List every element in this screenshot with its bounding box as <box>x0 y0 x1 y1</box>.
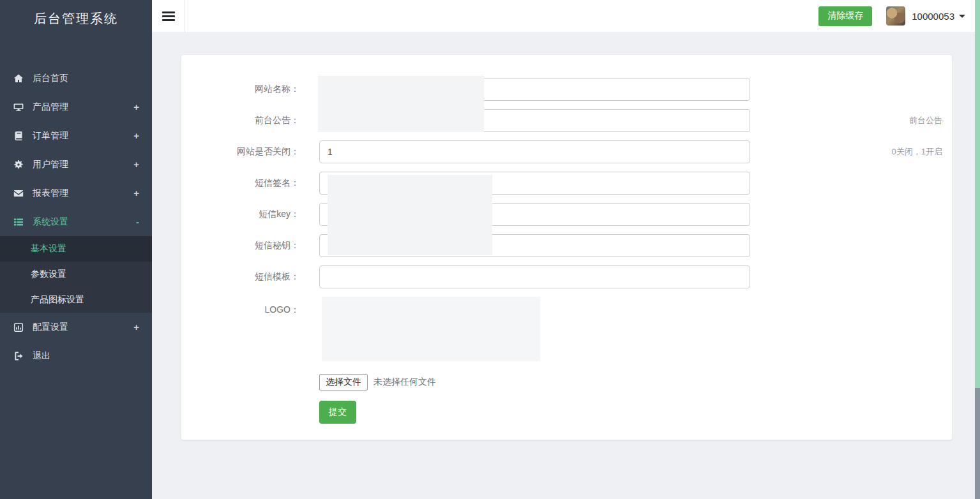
chevron-down-icon[interactable] <box>959 15 965 18</box>
submit-button[interactable]: 提交 <box>319 401 356 424</box>
sidebar-subitem-basic-settings[interactable]: 基本设置 <box>0 236 152 262</box>
form-row-sms-secret: 短信秘钥： <box>181 234 952 257</box>
scrollbar-track <box>975 388 980 499</box>
sidebar-item-home[interactable]: 后台首页 <box>0 64 152 93</box>
site-closed-input[interactable] <box>319 140 750 163</box>
form-row-sms-key: 短信key： <box>181 203 952 226</box>
envelope-icon <box>13 188 24 198</box>
username-label[interactable]: 10000053 <box>912 11 954 22</box>
sidebar-item-label: 报表管理 <box>33 188 68 199</box>
sidebar-item-orders[interactable]: 订单管理 + <box>0 121 152 150</box>
field-label: 短信模板： <box>181 271 319 283</box>
sidebar-item-system-settings[interactable]: 系统设置 - <box>0 207 152 236</box>
form-row-sms-signature: 短信签名： <box>181 172 952 195</box>
logout-icon <box>13 351 24 361</box>
plus-icon[interactable]: + <box>133 188 139 198</box>
topbar: 清除缓存 10000053 <box>152 0 980 32</box>
main-area: 清除缓存 10000053 网站名称： 前台公告： 前台公告 网站是否关闭： 0… <box>152 0 980 499</box>
sidebar-item-label: 用户管理 <box>33 159 68 170</box>
window-scrollbar <box>975 0 980 499</box>
bar-chart-icon <box>13 322 24 332</box>
gears-icon <box>13 160 24 170</box>
plus-icon[interactable]: + <box>133 101 139 112</box>
field-label: LOGO： <box>181 297 319 316</box>
subitem-label: 参数设置 <box>31 269 66 280</box>
topbar-right: 清除缓存 10000053 <box>818 6 980 26</box>
redacted-region <box>318 76 484 132</box>
sidebar-item-logout[interactable]: 退出 <box>0 341 152 370</box>
scrollbar-thumb[interactable] <box>975 0 980 388</box>
plus-icon[interactable]: + <box>133 159 139 170</box>
sidebar-nav: 后台首页 产品管理 + 订单管理 + 用户管理 + <box>0 64 152 370</box>
sidebar-item-label: 后台首页 <box>33 73 68 84</box>
form-row-front-notice: 前台公告： 前台公告 <box>181 109 952 132</box>
system-settings-submenu: 基本设置 参数设置 产品图标设置 <box>0 236 152 313</box>
choose-file-button[interactable]: 选择文件 <box>319 374 368 391</box>
sidebar-item-label: 退出 <box>33 350 50 362</box>
sidebar-item-label: 产品管理 <box>33 101 68 113</box>
sidebar-subitem-param-settings[interactable]: 参数设置 <box>0 262 152 287</box>
list-icon <box>13 217 24 227</box>
user-avatar[interactable] <box>886 6 905 26</box>
sidebar-item-label: 订单管理 <box>33 130 68 142</box>
form-row-sms-template: 短信模板： <box>181 265 952 288</box>
sidebar-item-reports[interactable]: 报表管理 + <box>0 179 152 207</box>
book-icon <box>13 131 24 141</box>
basic-settings-card: 网站名称： 前台公告： 前台公告 网站是否关闭： 0关闭，1开启 短信签名： 短… <box>181 54 953 440</box>
file-upload-row: 选择文件 未选择任何文件 <box>319 374 952 391</box>
content-area: 网站名称： 前台公告： 前台公告 网站是否关闭： 0关闭，1开启 短信签名： 短… <box>152 32 980 499</box>
field-hint: 前台公告 <box>909 109 942 132</box>
field-hint: 0关闭，1开启 <box>892 140 942 163</box>
field-label: 短信签名： <box>181 177 319 189</box>
field-label: 网站名称： <box>181 84 319 95</box>
subitem-label: 产品图标设置 <box>31 294 84 306</box>
sidebar-item-label: 系统设置 <box>33 216 68 228</box>
sidebar-subitem-product-icon-settings[interactable]: 产品图标设置 <box>0 287 152 313</box>
sidebar-item-users[interactable]: 用户管理 + <box>0 150 152 179</box>
form-row-site-name: 网站名称： <box>181 78 952 101</box>
form-row-site-closed: 网站是否关闭： 0关闭，1开启 <box>181 140 952 163</box>
plus-icon[interactable]: + <box>133 130 139 141</box>
hamburger-icon <box>162 11 175 21</box>
minus-icon[interactable]: - <box>136 216 139 227</box>
sidebar-item-label: 配置设置 <box>33 322 68 333</box>
desktop-icon <box>13 102 24 112</box>
file-status-label: 未选择任何文件 <box>373 376 436 388</box>
form-row-logo: LOGO： <box>181 297 952 361</box>
clear-cache-button[interactable]: 清除缓存 <box>818 6 872 26</box>
sms-template-input[interactable] <box>319 265 750 288</box>
plus-icon[interactable]: + <box>133 322 139 332</box>
field-label: 短信key： <box>181 209 319 220</box>
sidebar-item-products[interactable]: 产品管理 + <box>0 93 152 121</box>
sidebar-item-config-settings[interactable]: 配置设置 + <box>0 313 152 341</box>
submit-row: 提交 <box>319 401 952 424</box>
sidebar-toggle-button[interactable] <box>152 0 185 32</box>
field-label: 短信秘钥： <box>181 240 319 251</box>
home-icon <box>13 73 24 84</box>
redacted-region <box>328 175 492 255</box>
app-title: 后台管理系统 <box>0 0 152 37</box>
logo-preview <box>322 297 540 361</box>
field-label: 网站是否关闭： <box>181 146 319 158</box>
sidebar: 后台管理系统 后台首页 产品管理 + 订单管理 + 用户管 <box>0 0 152 499</box>
subitem-label: 基本设置 <box>31 243 66 255</box>
field-label: 前台公告： <box>181 115 319 126</box>
